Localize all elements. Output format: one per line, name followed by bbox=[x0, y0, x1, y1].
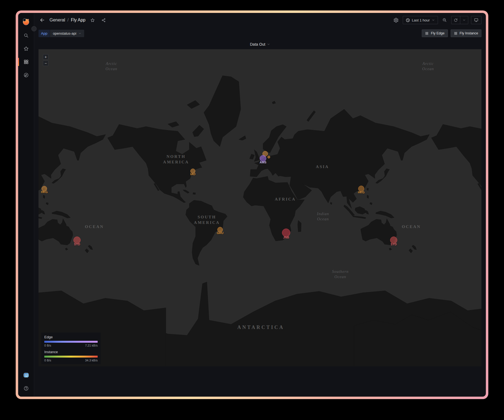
map-marker-ams[interactable]: AMS bbox=[260, 155, 266, 162]
fly-instance-label: Fly Instance bbox=[460, 31, 478, 35]
panel-header[interactable]: Data Out bbox=[34, 39, 486, 49]
map-marker-hkg[interactable]: HKG bbox=[42, 186, 47, 191]
zoom-out-time-button[interactable] bbox=[441, 16, 448, 24]
panel-title: Data Out bbox=[250, 42, 265, 46]
variables-bar: App openstatus-api Fly Edge bbox=[34, 27, 486, 39]
map-marker-label: GRU bbox=[217, 231, 223, 235]
breadcrumb-separator: / bbox=[67, 18, 69, 23]
panel-grid-icon bbox=[454, 32, 458, 35]
breadcrumb-section[interactable]: General bbox=[50, 18, 65, 23]
sidebar-item-explore[interactable] bbox=[18, 68, 34, 82]
magnifier-minus-icon bbox=[442, 18, 447, 23]
sidebar-item-starred[interactable] bbox=[18, 42, 34, 55]
breadcrumb: General / Fly App bbox=[50, 18, 86, 23]
map-marker-syd[interactable]: SYD bbox=[73, 237, 81, 244]
world-map bbox=[39, 49, 481, 366]
legend-instance-min: 0 B/s bbox=[44, 359, 51, 362]
chevron-down-icon bbox=[267, 43, 270, 46]
map-marker-label: AMS bbox=[260, 161, 266, 164]
map-marker-label: IAD bbox=[190, 172, 196, 176]
legend-edge: Edge 0 B/s 7.21 kB/s bbox=[44, 335, 98, 347]
gear-icon bbox=[393, 18, 399, 23]
search-icon bbox=[23, 33, 29, 38]
window-frame: General / Fly App bbox=[16, 10, 488, 399]
legend-edge-title: Edge bbox=[44, 335, 98, 339]
chevron-right-icon bbox=[32, 27, 35, 30]
share-dashboard-button[interactable] bbox=[100, 16, 108, 24]
zoom-in-button[interactable]: + bbox=[43, 54, 48, 60]
map-marker-gru[interactable]: GRU bbox=[217, 227, 223, 232]
legend-instance-gradient bbox=[44, 356, 98, 358]
sidebar-item-assistant[interactable] bbox=[18, 369, 34, 382]
legend-edge-min: 0 B/s bbox=[44, 344, 51, 347]
map-marker-hkg[interactable]: HKG bbox=[358, 186, 364, 192]
main-area: General / Fly App bbox=[34, 13, 486, 397]
monitor-icon bbox=[474, 18, 478, 22]
time-range-picker[interactable]: Last 1 hour bbox=[403, 16, 438, 24]
refresh-icon bbox=[454, 18, 458, 22]
map-marker-label: SYD bbox=[391, 243, 397, 246]
map-marker[interactable] bbox=[267, 156, 270, 158]
app-variable-value: openstatus-api bbox=[53, 31, 76, 35]
legend-instance-max: 34.3 kB/s bbox=[85, 359, 98, 362]
map-marker-iad[interactable]: IAD bbox=[190, 169, 195, 174]
arrow-left-icon bbox=[40, 17, 45, 23]
panel-grid-icon bbox=[425, 32, 429, 35]
tv-mode-button[interactable] bbox=[471, 16, 481, 24]
map-marker-jnb[interactable]: JNB bbox=[282, 229, 290, 237]
fly-instance-button[interactable]: Fly Instance bbox=[451, 29, 481, 37]
chevron-down-icon bbox=[78, 32, 81, 35]
sidebar-item-dashboards[interactable] bbox=[18, 55, 34, 68]
map-marker-label: SYD bbox=[74, 243, 80, 246]
app-variable-label[interactable]: App bbox=[39, 30, 50, 37]
star-outline-icon bbox=[90, 18, 95, 23]
legend-instance: Instance 0 B/s 34.3 kB/s bbox=[44, 350, 98, 362]
map-marker-syd[interactable]: SYD bbox=[390, 237, 397, 244]
app-variable-select[interactable]: openstatus-api bbox=[50, 30, 84, 37]
fly-edge-label: Fly Edge bbox=[431, 31, 444, 35]
clock-icon bbox=[406, 18, 410, 22]
sidebar-item-home[interactable] bbox=[18, 15, 34, 29]
chevron-down-icon bbox=[432, 18, 435, 22]
geomap-panel[interactable]: + − Arctic OceanArctic OceanNORTH AMERIC… bbox=[39, 49, 481, 366]
zoom-out-button[interactable]: − bbox=[43, 61, 48, 66]
sidebar-bottom bbox=[18, 369, 34, 395]
dashboard-header: General / Fly App bbox=[34, 13, 486, 27]
legend-instance-title: Instance bbox=[44, 350, 98, 354]
sidebar bbox=[18, 13, 34, 397]
grafana-app: General / Fly App bbox=[18, 13, 486, 397]
grafana-logo-icon bbox=[22, 18, 30, 26]
share-icon bbox=[101, 18, 106, 23]
map-marker-label: JNB bbox=[283, 236, 289, 239]
refresh-button[interactable] bbox=[451, 16, 460, 24]
dashboard-settings-button[interactable] bbox=[392, 16, 400, 24]
star-icon bbox=[23, 46, 29, 51]
legend-edge-max: 7.21 kB/s bbox=[85, 344, 98, 347]
chevron-down-icon bbox=[462, 18, 466, 22]
dashboards-grid-icon bbox=[23, 59, 29, 65]
sidebar-expand-button[interactable] bbox=[31, 26, 37, 31]
star-dashboard-button[interactable] bbox=[89, 16, 97, 24]
compass-icon bbox=[23, 72, 29, 78]
legend-edge-gradient bbox=[44, 341, 98, 343]
sidebar-item-help[interactable] bbox=[18, 382, 34, 395]
time-range-label: Last 1 hour bbox=[412, 18, 430, 22]
refresh-interval-dropdown[interactable] bbox=[460, 16, 468, 24]
help-icon bbox=[23, 386, 29, 391]
back-button[interactable] bbox=[39, 16, 46, 24]
sidebar-item-search[interactable] bbox=[18, 29, 34, 42]
fly-edge-button[interactable]: Fly Edge bbox=[422, 29, 448, 37]
map-marker-label: HKG bbox=[41, 190, 48, 194]
map-legend: Edge 0 B/s 7.21 kB/s Instance 0 B/s 34.3… bbox=[41, 333, 101, 364]
map-marker-label: HKG bbox=[358, 191, 365, 194]
breadcrumb-page: Fly App bbox=[71, 18, 85, 23]
map-zoom-controls: + − bbox=[43, 54, 48, 66]
assistant-icon bbox=[23, 372, 29, 378]
refresh-button-group bbox=[451, 16, 468, 24]
